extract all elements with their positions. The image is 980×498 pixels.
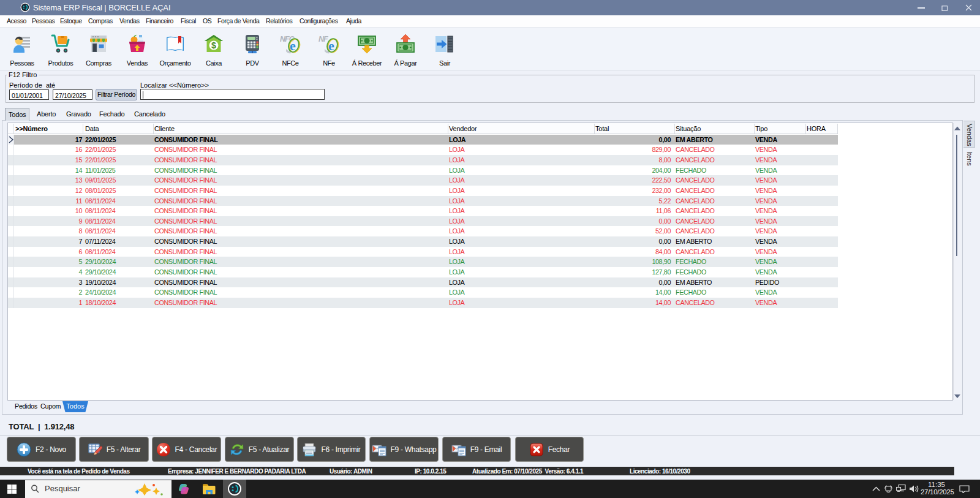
svg-text:$: $ bbox=[211, 40, 216, 50]
svg-text:e: e bbox=[328, 38, 334, 53]
svg-text:e: e bbox=[290, 38, 296, 53]
svg-text:NF: NF bbox=[318, 35, 328, 43]
